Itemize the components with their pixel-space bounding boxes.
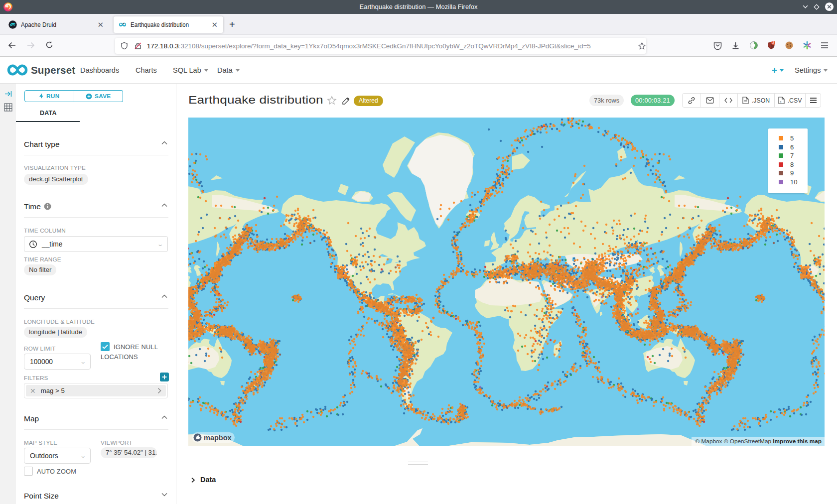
svg-text:2: 2: [772, 41, 774, 44]
svg-text:x: x: [780, 100, 781, 103]
